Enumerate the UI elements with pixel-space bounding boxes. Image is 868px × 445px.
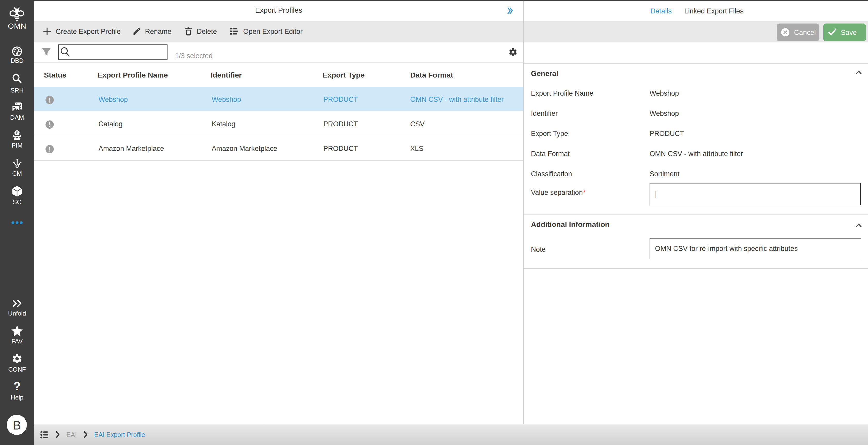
svg-text:P: P	[16, 130, 18, 135]
